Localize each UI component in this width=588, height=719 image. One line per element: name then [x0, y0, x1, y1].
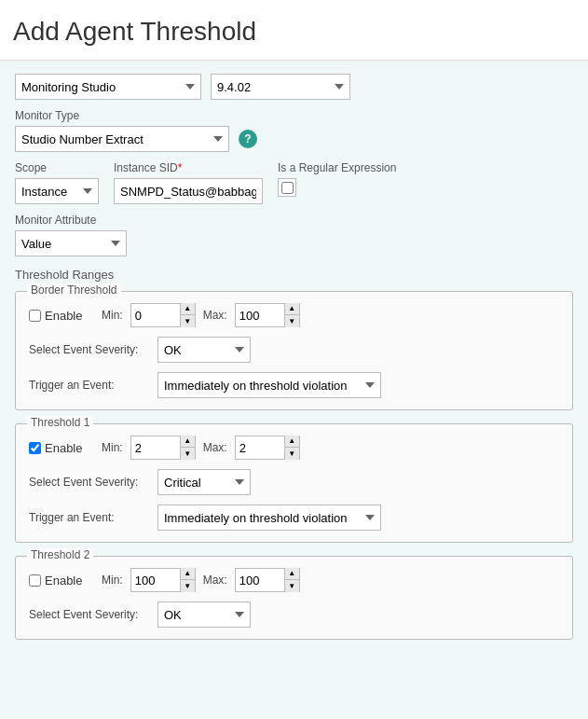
- border-threshold-min-input[interactable]: [131, 304, 180, 326]
- threshold2-title: Threshold 2: [27, 548, 93, 561]
- threshold2-severity-select[interactable]: OK Critical Warning: [157, 601, 251, 628]
- monitor-attribute-select[interactable]: Value: [15, 230, 127, 256]
- threshold1-severity-label: Select Event Severity:: [29, 476, 150, 489]
- threshold2-min-up[interactable]: ▲: [180, 568, 195, 580]
- border-threshold-title: Border Threshold: [27, 283, 121, 297]
- border-threshold-min-up[interactable]: ▲: [180, 303, 195, 315]
- threshold1-title: Threshold 1: [27, 416, 93, 429]
- threshold1-min-up[interactable]: ▲: [180, 436, 195, 448]
- threshold2-enable-row: Enable Min: ▲ ▼ Max: ▲ ▼: [29, 568, 559, 592]
- threshold1-max-up[interactable]: ▲: [284, 436, 299, 448]
- instance-sid-section: Instance SID*: [114, 161, 263, 204]
- top-selects-row: Monitoring Studio 9.4.02: [15, 74, 573, 100]
- border-threshold-min-label: Min:: [102, 309, 123, 322]
- border-threshold-max-input[interactable]: [236, 304, 284, 326]
- monitor-type-row: Studio Number Extract ?: [15, 126, 573, 152]
- threshold1-box: Threshold 1 Enable Min: ▲ ▼ Max: ▲ ▼: [15, 423, 573, 543]
- threshold1-min-input[interactable]: [131, 436, 180, 459]
- threshold1-max-input[interactable]: [236, 436, 284, 459]
- threshold2-enable-label[interactable]: Enable: [29, 574, 94, 588]
- border-threshold-max-input-wrap: ▲ ▼: [235, 303, 300, 327]
- threshold2-min-label: Min:: [102, 574, 123, 587]
- border-threshold-max-label: Max:: [203, 309, 227, 322]
- border-threshold-enable-row: Enable Min: ▲ ▼ Max: ▲ ▼: [29, 303, 559, 327]
- scope-section: Scope Instance: [15, 161, 99, 204]
- threshold2-max-down[interactable]: ▼: [284, 580, 299, 592]
- border-threshold-enable-checkbox[interactable]: [29, 310, 41, 322]
- is-regex-section: Is a Regular Expression: [278, 161, 396, 197]
- threshold1-min-input-wrap: ▲ ▼: [130, 436, 196, 460]
- border-threshold-max-spin: ▲ ▼: [284, 303, 299, 327]
- threshold2-max-label: Max:: [203, 574, 227, 587]
- threshold1-max-down[interactable]: ▼: [284, 448, 299, 460]
- threshold1-trigger-select[interactable]: Immediately on threshold violation: [157, 505, 381, 531]
- border-threshold-min-input-wrap: ▲ ▼: [130, 303, 196, 327]
- border-severity-select[interactable]: OK Critical Warning: [157, 337, 251, 363]
- monitor-type-select[interactable]: Studio Number Extract: [15, 126, 229, 152]
- help-icon[interactable]: ?: [239, 130, 257, 148]
- threshold1-max-input-wrap: ▲ ▼: [235, 436, 300, 460]
- threshold2-severity-label: Select Event Severity:: [29, 608, 150, 621]
- border-threshold-trigger-row: Trigger an Event: Immediately on thresho…: [29, 372, 559, 398]
- threshold2-max-input-wrap: ▲ ▼: [235, 568, 300, 592]
- threshold2-box: Threshold 2 Enable Min: ▲ ▼ Max: ▲ ▼: [15, 556, 573, 640]
- threshold2-min-input-wrap: ▲ ▼: [130, 568, 196, 592]
- is-regex-input[interactable]: [281, 182, 294, 194]
- is-regex-checkbox[interactable]: [278, 178, 296, 197]
- monitor-type-label: Monitor Type: [15, 109, 573, 122]
- threshold1-min-down[interactable]: ▼: [180, 448, 195, 460]
- threshold1-min-label: Min:: [102, 441, 123, 454]
- scope-label: Scope: [15, 161, 99, 174]
- threshold1-severity-row: Select Event Severity: OK Critical Warni…: [29, 469, 559, 495]
- threshold2-max-input[interactable]: [236, 569, 284, 591]
- main-content: Monitoring Studio 9.4.02 Monitor Type St…: [0, 61, 588, 666]
- border-threshold-enable-label[interactable]: Enable: [29, 309, 94, 323]
- version-select[interactable]: 9.4.02: [211, 74, 350, 100]
- monitor-attribute-label: Monitor Attribute: [15, 214, 573, 227]
- threshold2-max-spin: ▲ ▼: [284, 568, 299, 592]
- border-severity-label: Select Event Severity:: [29, 343, 150, 356]
- threshold1-enable-row: Enable Min: ▲ ▼ Max: ▲ ▼: [29, 436, 559, 460]
- threshold2-min-input[interactable]: [131, 569, 180, 591]
- monitor-type-section: Monitor Type Studio Number Extract ?: [15, 109, 573, 152]
- page-title: Add Agent Threshold: [13, 17, 569, 47]
- threshold1-trigger-row: Trigger an Event: Immediately on thresho…: [29, 505, 559, 531]
- threshold1-enable-checkbox[interactable]: [29, 442, 41, 454]
- instance-sid-label: Instance SID*: [114, 161, 263, 174]
- border-threshold-min-down[interactable]: ▼: [180, 315, 195, 327]
- threshold2-enable-checkbox[interactable]: [29, 574, 41, 587]
- monitoring-studio-select[interactable]: Monitoring Studio: [15, 74, 201, 100]
- threshold2-min-down[interactable]: ▼: [180, 580, 195, 592]
- threshold1-max-label: Max:: [203, 441, 227, 454]
- threshold1-max-spin: ▲ ▼: [284, 436, 299, 460]
- threshold2-min-spin: ▲ ▼: [180, 568, 195, 592]
- page-header: Add Agent Threshold: [0, 0, 588, 61]
- scope-instance-row: Scope Instance Instance SID* Is a Regula…: [15, 161, 573, 204]
- border-threshold-min-spin: ▲ ▼: [180, 303, 195, 327]
- threshold1-trigger-label: Trigger an Event:: [29, 511, 150, 524]
- border-threshold-max-down[interactable]: ▼: [284, 315, 299, 327]
- monitor-attribute-section: Monitor Attribute Value: [15, 214, 573, 256]
- threshold1-severity-select[interactable]: OK Critical Warning: [157, 469, 251, 495]
- border-threshold-max-up[interactable]: ▲: [284, 303, 299, 315]
- threshold2-max-up[interactable]: ▲: [284, 568, 299, 580]
- threshold1-enable-label[interactable]: Enable: [29, 441, 94, 455]
- border-threshold-box: Border Threshold Enable Min: ▲ ▼ Max: ▲: [15, 291, 573, 410]
- is-regex-label: Is a Regular Expression: [278, 161, 396, 174]
- border-threshold-severity-row: Select Event Severity: OK Critical Warni…: [29, 337, 559, 363]
- scope-select[interactable]: Instance: [15, 178, 99, 204]
- threshold1-min-spin: ▲ ▼: [180, 436, 195, 460]
- border-trigger-select[interactable]: Immediately on threshold violation: [157, 372, 381, 398]
- instance-sid-input[interactable]: [114, 178, 263, 204]
- border-trigger-label: Trigger an Event:: [29, 379, 150, 392]
- threshold-ranges-label: Threshold Ranges: [15, 268, 573, 282]
- threshold2-severity-row: Select Event Severity: OK Critical Warni…: [29, 601, 559, 628]
